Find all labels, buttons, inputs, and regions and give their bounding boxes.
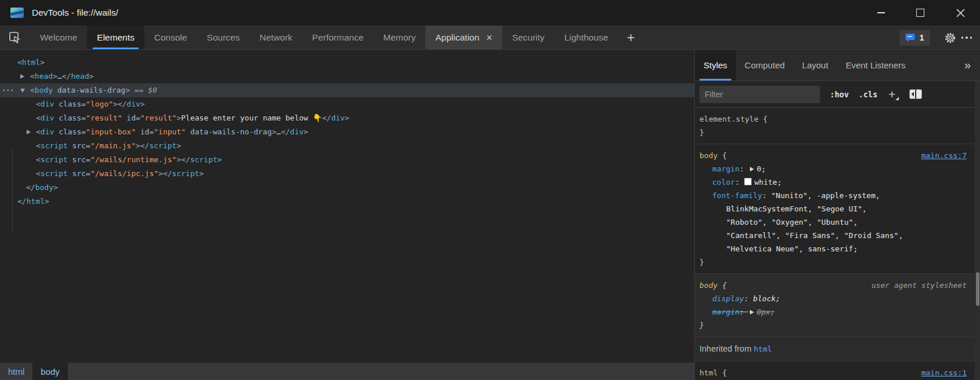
close-icon xyxy=(956,9,965,17)
tab-label: Application xyxy=(435,32,479,43)
css-property-margin[interactable]: margin: 8px; xyxy=(700,305,975,319)
more-sidebar-tabs-button[interactable]: » xyxy=(964,50,980,81)
css-property-margin[interactable]: margin: 0; xyxy=(700,162,975,176)
rule-selector: body xyxy=(700,151,717,160)
tab-label: Network xyxy=(260,32,293,43)
inspect-element-button[interactable] xyxy=(0,25,30,49)
styles-rules: element.style {}body {main.css:7margin: … xyxy=(695,108,975,380)
css-property-display[interactable]: display: block; xyxy=(700,292,975,305)
expand-arrow-icon[interactable] xyxy=(20,74,24,79)
toggle-computed-sidebar-button[interactable] xyxy=(909,89,922,99)
elements-panel: <html><head>…</head>•••<body data-wails-… xyxy=(0,50,694,380)
inspect-icon xyxy=(9,31,21,44)
breadcrumb-body[interactable]: body xyxy=(32,363,68,380)
dom-tree-row[interactable]: <html> xyxy=(0,56,694,70)
tab-label: Welcome xyxy=(40,32,77,43)
close-tab-icon[interactable]: × xyxy=(486,34,493,42)
feedback-count: 1 xyxy=(919,33,924,42)
settings-button[interactable] xyxy=(941,25,960,50)
dom-tree-row[interactable]: </body> xyxy=(0,181,694,195)
expand-arrow-icon[interactable] xyxy=(27,130,31,134)
sidebar-tab-styles[interactable]: Styles xyxy=(695,50,736,81)
minimize-icon xyxy=(877,12,885,13)
dom-tree-row[interactable]: <div class="result" id="result">Please e… xyxy=(0,111,694,125)
toggle-element-state-button[interactable]: :hov xyxy=(830,90,849,99)
chat-bubble-icon xyxy=(905,33,915,42)
tab-label: Security xyxy=(512,32,545,43)
collapse-arrow-icon[interactable] xyxy=(20,89,25,93)
row-actions-dots[interactable]: ••• xyxy=(2,83,14,97)
user-agent-note: user agent stylesheet xyxy=(872,279,967,292)
style-rule-element-style: element.style {} xyxy=(695,108,975,144)
minimize-button[interactable] xyxy=(868,0,894,25)
style-rule-body: body {main.css:7margin: 0;color: white;f… xyxy=(695,144,975,274)
tab-welcome[interactable]: Welcome xyxy=(30,25,87,49)
dom-tree-row[interactable]: <div class="logo"></div> xyxy=(0,97,694,111)
dom-tree: <html><head>…</head>•••<body data-wails-… xyxy=(0,50,694,363)
tab-label: Performance xyxy=(312,32,364,43)
gear-icon xyxy=(944,32,956,44)
maximize-icon xyxy=(916,9,924,17)
inherited-node-link[interactable]: html xyxy=(754,345,772,353)
css-property-color[interactable]: color: white; xyxy=(700,176,975,189)
breadcrumb-html[interactable]: html xyxy=(0,363,32,380)
dom-tree-row[interactable]: <script src="/wails/ipc.js"></script> xyxy=(0,167,694,181)
styles-toolbar: :hov .cls + xyxy=(695,81,980,108)
maximize-button[interactable] xyxy=(907,0,934,25)
sidebar-toggle-icon xyxy=(909,89,922,99)
feedback-badge[interactable]: 1 xyxy=(899,30,930,46)
tab-label: Sources xyxy=(207,32,240,43)
sidebar-tab-computed[interactable]: Computed xyxy=(736,50,793,81)
color-swatch[interactable] xyxy=(744,178,752,185)
tab-lighthouse[interactable]: Lighthouse xyxy=(555,25,618,49)
panel-tabs: WelcomeElementsConsoleSourcesNetworkPerf… xyxy=(30,25,618,49)
tab-performance[interactable]: Performance xyxy=(303,25,374,49)
stylesheet-link[interactable]: main.css:7 xyxy=(921,149,967,162)
expand-value-icon[interactable] xyxy=(750,310,754,315)
tab-label: Console xyxy=(154,32,187,43)
styles-filter-input[interactable] xyxy=(700,86,820,103)
rule-selector: element.style xyxy=(700,115,759,123)
tab-application[interactable]: Application× xyxy=(425,25,502,49)
new-style-rule-button[interactable]: + xyxy=(888,87,899,101)
dom-tree-row[interactable]: <div class="input-box" id="input" data-w… xyxy=(0,125,694,139)
more-options-icon xyxy=(961,36,964,39)
dom-tree-row[interactable]: <head>…</head> xyxy=(0,70,694,83)
expand-value-icon[interactable] xyxy=(750,167,754,171)
css-property-font-family[interactable]: font-family: "Nunito", -apple-system, xyxy=(700,189,975,202)
tab-network[interactable]: Network xyxy=(250,25,303,49)
dom-tree-row[interactable]: <script src="/wails/runtime.js"></script… xyxy=(0,153,694,167)
tab-label: Lighthouse xyxy=(564,32,609,43)
devtools-logo-icon xyxy=(10,8,24,18)
more-options-button[interactable] xyxy=(961,36,972,39)
sidebar-tab-event-listeners[interactable]: Event Listeners xyxy=(837,50,914,81)
breadcrumb: htmlbody xyxy=(0,363,694,380)
toolbar-right: 1 xyxy=(899,25,980,50)
dom-tree-row[interactable]: <script src="/main.js"></script> xyxy=(0,139,694,153)
inherited-from-header: Inherited from html xyxy=(695,337,975,361)
tab-memory[interactable]: Memory xyxy=(373,25,425,49)
close-button[interactable] xyxy=(947,0,974,25)
tab-sources[interactable]: Sources xyxy=(197,25,250,49)
sidebar-tab-layout[interactable]: Layout xyxy=(793,50,837,81)
scrollbar-thumb[interactable] xyxy=(976,272,979,306)
rule-selector: body xyxy=(700,281,717,290)
element-classes-button[interactable]: .cls xyxy=(859,90,878,99)
tab-label: Elements xyxy=(97,32,134,43)
window-title: DevTools - file://wails/ xyxy=(32,0,118,25)
devtools-toolbar: WelcomeElementsConsoleSourcesNetworkPerf… xyxy=(0,25,980,50)
tab-console[interactable]: Console xyxy=(144,25,197,49)
tab-elements[interactable]: Elements xyxy=(87,25,144,49)
title-bar: DevTools - file://wails/ xyxy=(0,0,980,25)
scrollbar-track[interactable] xyxy=(975,81,980,380)
tab-label: Memory xyxy=(383,32,416,43)
tab-security[interactable]: Security xyxy=(502,25,555,49)
rule-selector: html xyxy=(700,368,717,377)
dom-tree-row[interactable]: </html> xyxy=(0,195,694,209)
styles-sidebar: StylesComputedLayoutEvent Listeners» :ho… xyxy=(694,50,980,380)
style-rule-html: html {main.css:1background-color: rgba(3… xyxy=(695,361,975,380)
style-rule-body: body {user agent stylesheetdisplay: bloc… xyxy=(695,274,975,337)
dom-tree-row[interactable]: •••<body data-wails-drag> == $0 xyxy=(0,83,694,97)
more-tools-button[interactable]: + xyxy=(618,25,643,49)
stylesheet-link[interactable]: main.css:1 xyxy=(921,366,967,379)
